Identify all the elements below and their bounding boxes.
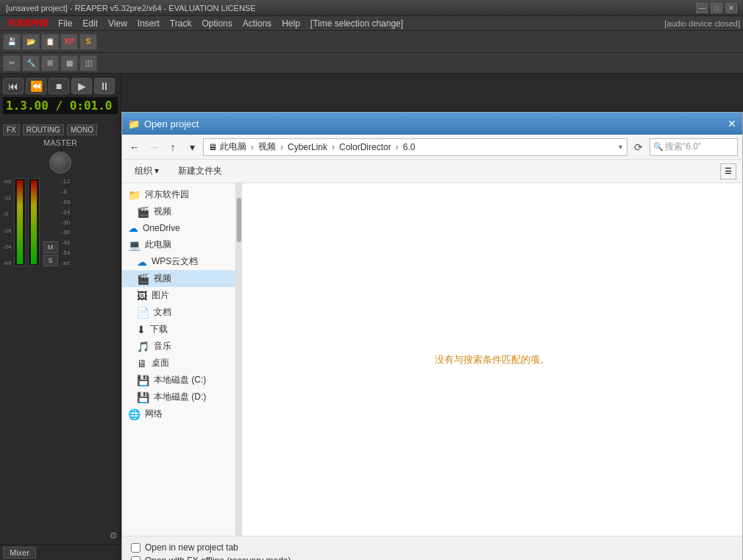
skip-back-button[interactable]: ⏮ <box>3 78 24 94</box>
nav-item-downloads[interactable]: ⬇ 下载 <box>122 321 235 338</box>
nav-scrollbar-thumb <box>237 198 241 242</box>
organize-button[interactable]: 组织 ▾ <box>128 163 166 180</box>
master-label: MASTER <box>3 138 118 147</box>
nav-icon-onedrive: ☁ <box>128 222 138 234</box>
play-button[interactable]: ▶ <box>71 78 92 94</box>
time-display: 1.3.00 / 0:01.0 <box>3 97 118 114</box>
fader-left[interactable] <box>14 178 26 266</box>
menu-item-options[interactable]: Options <box>197 17 236 30</box>
nav-item-desktop[interactable]: 🖥 桌面 <box>122 355 235 372</box>
toolbar-btn-1[interactable]: 💾 <box>3 34 21 50</box>
menu-item-insert[interactable]: Insert <box>133 17 164 30</box>
toolbar2-btn-3[interactable]: ⊞ <box>41 55 59 71</box>
master-section: FX ROUTING MONO MASTER -inf -12 -6 -18 -… <box>0 121 121 528</box>
menu-item-file[interactable]: File <box>54 17 77 30</box>
fader-label-inf-top: -inf <box>3 178 12 185</box>
close-button[interactable]: ✕ <box>725 3 737 13</box>
nav-item-drive-c[interactable]: 💾 本地磁盘 (C:) <box>122 372 235 389</box>
dialog-close-button[interactable]: ✕ <box>728 118 736 130</box>
fader-label-36r: -36 <box>62 229 71 235</box>
master-knob[interactable] <box>49 152 71 174</box>
toolbar2-btn-5[interactable]: ◫ <box>79 55 97 71</box>
nav-icon-drive-d: 💾 <box>137 391 149 403</box>
nav-item-hedong[interactable]: 📁 河东软件园 <box>122 186 235 203</box>
search-text: 搜索"6.0" <box>665 141 701 153</box>
refresh-button[interactable]: ⟳ <box>630 139 647 155</box>
dialog-bottom: Open in new project tab Open with FX off… <box>122 536 742 560</box>
nav-up-button[interactable]: ↑ <box>165 139 181 155</box>
title-bar-buttons: — □ ✕ <box>696 3 737 13</box>
menu-item-track[interactable]: Track <box>166 17 196 30</box>
nav-item-video-top[interactable]: 🎬 视频 <box>122 203 235 220</box>
nav-item-video[interactable]: 🎬 视频 <box>122 270 235 287</box>
checkbox-fx-offline-label: Open with FX offline (recovery mode) <box>145 556 291 560</box>
checkbox-new-tab-input[interactable] <box>131 543 141 553</box>
fader-area: -inf -12 -6 -18 -24 -inf M S <box>3 178 118 266</box>
nav-scrollbar[interactable] <box>236 183 242 536</box>
toolbar-btn-5[interactable]: S <box>79 34 97 50</box>
nav-item-thispc[interactable]: 💻 此电脑 <box>122 236 235 253</box>
nav-item-onedrive[interactable]: ☁ OneDrive <box>122 220 235 236</box>
pause-button[interactable]: ⏸ <box>94 78 115 94</box>
search-icon: 🔍 <box>653 142 664 152</box>
nav-recent-button[interactable]: ▾ <box>184 139 200 155</box>
address-bar[interactable]: 🖥 此电脑 › 视频 › CyberLink › ColorDirector ›… <box>203 138 628 156</box>
view-toggle-button[interactable]: ☰ <box>720 163 736 180</box>
address-pc-icon: 🖥 <box>208 142 217 152</box>
dialog-folder-icon: 📁 <box>128 118 140 130</box>
menu-item-logo[interactable]: 河东软件园 <box>3 16 52 30</box>
toolbar-btn-4[interactable]: XP <box>60 34 78 50</box>
dialog-nav: 📁 河东软件园 🎬 视频 ☁ OneDrive 💻 此电脑 <box>122 183 236 536</box>
nav-label-desktop: 桌面 <box>152 357 169 369</box>
nav-item-wps[interactable]: ☁ WPS云文档 <box>122 253 235 270</box>
nav-forward-button[interactable]: → <box>146 139 162 155</box>
minimize-button[interactable]: — <box>696 3 708 13</box>
fader-label-30r: -30 <box>62 219 71 226</box>
checkbox-new-tab[interactable]: Open in new project tab <box>131 542 733 553</box>
back-button[interactable]: ⏪ <box>26 78 46 94</box>
stop-button[interactable]: ■ <box>49 78 69 94</box>
routing-button[interactable]: ROUTING <box>23 124 64 135</box>
toolbar-2: ✂ 🔧 ⊞ ▦ ◫ <box>0 53 743 74</box>
checkboxes: Open in new project tab Open with FX off… <box>131 542 733 560</box>
toolbar2-btn-1[interactable]: ✂ <box>3 55 21 71</box>
menu-item-edit[interactable]: Edit <box>78 17 102 30</box>
address-dropdown-arrow[interactable]: ▾ <box>619 143 622 151</box>
nav-back-button[interactable]: ← <box>127 139 143 155</box>
checkbox-fx-offline-input[interactable] <box>131 556 141 561</box>
toolbar-btn-2[interactable]: 📂 <box>22 34 40 50</box>
toolbar2-btn-4[interactable]: ▦ <box>60 55 78 71</box>
mixer-tab[interactable]: Mixer <box>3 547 36 559</box>
fx-button[interactable]: FX <box>3 124 20 135</box>
nav-item-docs[interactable]: 📄 文档 <box>122 304 235 321</box>
nav-item-pictures[interactable]: 🖼 图片 <box>122 287 235 304</box>
toolbar-btn-3[interactable]: 📋 <box>41 34 59 50</box>
gear-icon[interactable]: ⚙ <box>110 531 118 541</box>
mono-button[interactable]: MONO <box>67 124 97 135</box>
meter-right <box>31 180 37 264</box>
toolbar2-btn-2[interactable]: 🔧 <box>22 55 40 71</box>
fader-label-24: -24 <box>3 244 12 250</box>
fader-right[interactable] <box>28 178 40 266</box>
maximize-button[interactable]: □ <box>711 3 722 13</box>
fader-label-42r: -42 <box>62 239 71 246</box>
menu-item-help[interactable]: Help <box>277 17 305 30</box>
toolbar-1: 💾 📂 📋 XP S <box>0 31 743 53</box>
nav-item-music[interactable]: 🎵 音乐 <box>122 338 235 355</box>
menu-item-actions[interactable]: Actions <box>238 17 276 30</box>
dialog-content: 📁 河东软件园 🎬 视频 ☁ OneDrive 💻 此电脑 <box>122 183 742 536</box>
nav-label-docs: 文档 <box>154 306 171 319</box>
s-button[interactable]: S <box>43 255 58 266</box>
m-button[interactable]: M <box>43 241 58 253</box>
new-folder-button[interactable]: 新建文件夹 <box>171 163 229 180</box>
dialog-address-bar: ← → ↑ ▾ 🖥 此电脑 › 视频 › CyberLink › ColorDi… <box>122 135 742 160</box>
no-results-text: 没有与搜索条件匹配的项。 <box>435 353 550 366</box>
fader-labels-right: -12 -6 -18 -24 -30 -36 -42 -54 -inf <box>62 178 71 266</box>
nav-label-hedong: 河东软件园 <box>145 188 189 201</box>
menu-item-view[interactable]: View <box>104 17 132 30</box>
nav-item-network[interactable]: 🌐 网络 <box>122 405 235 422</box>
nav-container: 📁 河东软件园 🎬 视频 ☁ OneDrive 💻 此电脑 <box>122 183 242 536</box>
nav-item-drive-d[interactable]: 💾 本地磁盘 (D:) <box>122 389 235 405</box>
fader-labels-left: -inf -12 -6 -18 -24 -inf <box>3 178 12 266</box>
checkbox-fx-offline[interactable]: Open with FX offline (recovery mode) <box>131 556 733 560</box>
